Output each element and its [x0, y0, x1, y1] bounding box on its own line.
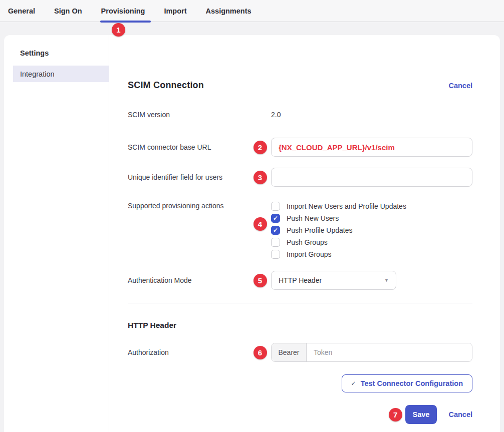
annotation-badge-2: 2: [254, 141, 267, 154]
checkbox-label: Push New Users: [287, 214, 339, 222]
scim-connection-panel: SCIM Connection Cancel SCIM version 2.0 …: [109, 35, 500, 432]
checkbox-label: Import New Users and Profile Updates: [287, 202, 406, 210]
base-url-label: SCIM connector base URL: [128, 143, 249, 151]
tab-import[interactable]: Import: [164, 0, 186, 22]
bearer-prefix: Bearer: [272, 343, 307, 361]
http-header-heading: HTTP Header: [128, 321, 472, 330]
base-url-row: SCIM connector base URL 2: [128, 138, 472, 157]
annotation-badge-3: 3: [254, 171, 267, 184]
app-tab-bar: General Sign On Provisioning Import Assi…: [0, 0, 504, 22]
authorization-input-group: Bearer: [271, 343, 472, 362]
footer-actions: 7 Save Cancel: [128, 405, 472, 424]
test-connector-label: Test Connector Configuration: [361, 379, 463, 387]
unique-id-input[interactable]: [271, 168, 472, 187]
checkbox-label: Push Profile Updates: [287, 226, 353, 234]
authorization-label: Authorization: [128, 348, 249, 356]
unique-id-row: Unique identifier field for users 3: [128, 168, 472, 187]
annotation-badge-1: 1: [112, 23, 125, 37]
checkbox-icon[interactable]: [271, 238, 280, 247]
scim-version-row: SCIM version 2.0: [128, 111, 472, 119]
tab-provisioning[interactable]: Provisioning: [101, 0, 145, 22]
checkbox-import-groups[interactable]: Import Groups: [271, 248, 472, 260]
annotation-badge-6: 6: [254, 346, 267, 359]
auth-mode-row: Authentication Mode 5 HTTP Header ▼: [128, 271, 472, 290]
checkbox-label: Push Groups: [287, 238, 328, 246]
annotation-badge-4: 4: [254, 217, 267, 231]
checkbox-icon[interactable]: [271, 202, 280, 211]
auth-mode-selected-value: HTTP Header: [279, 276, 322, 284]
checkbox-icon[interactable]: [271, 250, 280, 259]
token-input[interactable]: [307, 343, 472, 361]
annotation-badge-5: 5: [254, 274, 267, 287]
settings-sidebar: Settings Integration: [4, 35, 109, 432]
unique-id-label: Unique identifier field for users: [128, 173, 249, 181]
checkbox-label: Import Groups: [287, 250, 331, 258]
tab-sign-on[interactable]: Sign On: [54, 0, 82, 22]
checkbox-icon[interactable]: [271, 214, 280, 223]
sidebar-heading: Settings: [20, 49, 109, 57]
provisioning-card: Settings Integration SCIM Connection Can…: [4, 35, 500, 432]
scim-version-value: 2.0: [271, 111, 472, 119]
checkbox-push-profile-updates[interactable]: Push Profile Updates: [271, 224, 472, 236]
checkbox-push-groups[interactable]: Push Groups: [271, 236, 472, 248]
checkbox-icon[interactable]: [271, 226, 280, 235]
save-button[interactable]: Save: [405, 405, 437, 424]
auth-mode-select[interactable]: HTTP Header ▼: [271, 271, 396, 290]
sidebar-item-integration[interactable]: Integration: [13, 66, 109, 82]
checkbox-import-new-users-and-profile-updates[interactable]: Import New Users and Profile Updates: [271, 200, 472, 212]
page-title: SCIM Connection: [128, 80, 204, 91]
chevron-down-icon: ▼: [384, 278, 389, 283]
cancel-link-bottom[interactable]: Cancel: [448, 410, 472, 418]
auth-mode-label: Authentication Mode: [128, 276, 249, 284]
checkbox-push-new-users[interactable]: Push New Users: [271, 212, 472, 224]
annotation-badge-7: 7: [389, 408, 402, 421]
check-icon: ✓: [351, 380, 356, 387]
tab-assignments[interactable]: Assignments: [206, 0, 251, 22]
authorization-row: Authorization 6 Bearer: [128, 343, 472, 362]
cancel-link-top[interactable]: Cancel: [448, 82, 472, 90]
provisioning-actions-label: Supported provisioning actions: [128, 200, 249, 210]
base-url-input[interactable]: [271, 138, 472, 157]
section-divider: [128, 303, 472, 303]
scim-version-label: SCIM version: [128, 111, 249, 119]
provisioning-actions-row: Supported provisioning actions 4 Import …: [128, 200, 472, 260]
provisioning-actions-list: Import New Users and Profile Updates Pus…: [271, 200, 472, 260]
test-connector-configuration-button[interactable]: ✓ Test Connector Configuration: [342, 374, 472, 392]
tab-general[interactable]: General: [8, 0, 35, 22]
